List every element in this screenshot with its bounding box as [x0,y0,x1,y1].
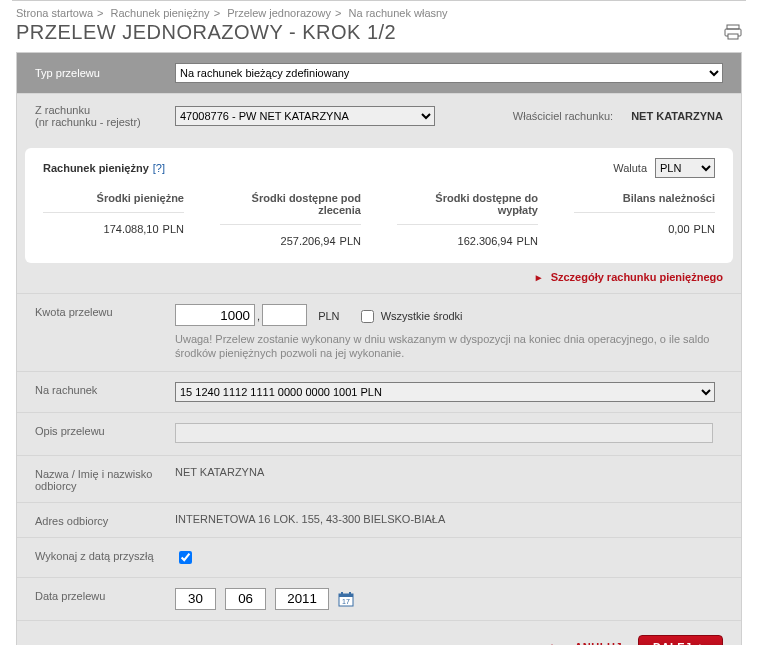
info-icon[interactable]: [?] [153,162,165,174]
description-input[interactable] [175,423,713,443]
date-month-input[interactable] [225,588,266,610]
amount-integer-input[interactable] [175,304,255,326]
chevron-right-icon: ► [534,272,544,283]
to-account-label: Na rachunek [35,382,165,396]
currency-select[interactable]: PLN [655,158,715,178]
calendar-icon[interactable]: 17 [338,592,354,609]
col-header: Bilans należności [574,184,715,213]
all-funds-label: Wszystkie środki [381,310,463,322]
print-icon[interactable] [724,24,742,42]
account-details-link[interactable]: Szczegóły rachunku pieniężnego [551,271,723,283]
amount-currency: PLN [318,310,339,322]
amount-decimal-input[interactable] [262,304,307,326]
svg-rect-0 [727,25,739,29]
breadcrumb-item[interactable]: Strona startowa [16,7,93,19]
col-value: 162.306,94PLN [397,225,538,257]
future-date-label: Wykonaj z datą przyszłą [35,548,165,562]
card-title: Rachunek pieniężny [43,162,149,174]
col-header: Środki dostępne do wypłaty [397,184,538,225]
recipient-name-label: Nazwa / Imię i nazwisko odbiorcy [35,466,165,492]
chevron-left-icon: ◄ [545,641,555,645]
owner-label: Właściciel rachunku: [513,110,613,122]
recipient-name-value: NET KATARZYNA [175,466,723,478]
recipient-address-value: INTERNETOWA 16 LOK. 155, 43-300 BIELSKO-… [175,513,723,525]
col-value: 257.206,94PLN [220,225,361,257]
from-account-label: Z rachunku (nr rachunku - rejestr) [35,104,165,128]
col-value: 0,00PLN [574,213,715,245]
amount-hint: Uwaga! Przelew zostanie wykonany w dniu … [175,332,723,361]
svg-rect-5 [341,592,343,595]
breadcrumb: Strona startowa> Rachunek pieniężny> Prz… [0,1,758,19]
all-funds-checkbox[interactable] [361,310,374,323]
cancel-button[interactable]: ANULUJ [568,640,628,645]
svg-rect-6 [349,592,351,595]
owner-value: NET KATARZYNA [631,110,723,122]
svg-text:17: 17 [342,598,350,605]
col-header: Środki pieniężne [43,184,184,213]
future-date-checkbox[interactable] [179,551,192,564]
chevron-right-icon: ► [698,641,708,645]
breadcrumb-item[interactable]: Rachunek pieniężny [111,7,210,19]
recipient-address-label: Adres odbiorcy [35,513,165,527]
transfer-type-label: Typ przelewu [35,67,165,79]
account-summary-card: Rachunek pieniężny [?] Waluta PLN Środki… [25,148,733,263]
date-year-input[interactable] [275,588,329,610]
to-account-select[interactable]: 15 1240 1112 1111 0000 0000 1001 PLN [175,382,715,402]
page-title: PRZELEW JEDNORAZOWY - KROK 1/2 [16,21,396,44]
col-header: Środki dostępne pod zlecenia [220,184,361,225]
transfer-type-select[interactable]: Na rachunek bieżący zdefiniowany [175,63,723,83]
amount-label: Kwota przelewu [35,304,165,318]
next-button[interactable]: DALEJ► [638,635,723,645]
description-label: Opis przelewu [35,423,165,437]
date-day-input[interactable] [175,588,216,610]
breadcrumb-item[interactable]: Przelew jednorazowy [227,7,331,19]
col-value: 174.088,10PLN [43,213,184,245]
transfer-date-label: Data przelewu [35,588,165,602]
from-account-select[interactable]: 47008776 - PW NET KATARZYNA [175,106,435,126]
svg-rect-2 [728,34,738,39]
breadcrumb-item[interactable]: Na rachunek własny [349,7,448,19]
currency-label: Waluta [613,162,647,174]
